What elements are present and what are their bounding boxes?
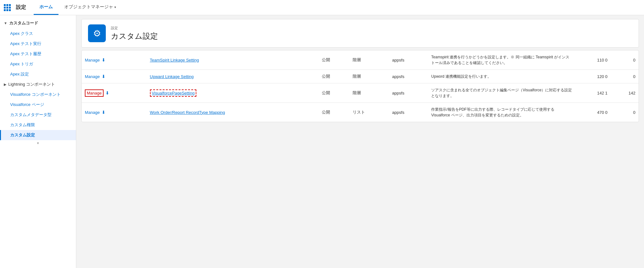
top-navigation: 設定 ホーム オブジェクトマネージャ ▾	[0, 0, 644, 15]
download-icon[interactable]: ⬇	[102, 74, 105, 79]
download-icon[interactable]: ⬇	[102, 110, 105, 115]
description-cell: Upword 連携機能設定を行います。	[428, 70, 575, 83]
namespace-cell: appsfs	[389, 83, 428, 103]
table-card: Manage⬇TeamSpirit Linkage Setting公開階層app…	[81, 50, 639, 122]
visibility-cell: 公開	[319, 50, 349, 70]
tab-home[interactable]: ホーム	[34, 0, 58, 15]
sidebar-item-custom-metadata[interactable]: カスタムメタデータ型	[0, 110, 76, 120]
sidebar-item-apex-class[interactable]: Apex クラス	[0, 29, 76, 39]
setting-name-link[interactable]: TeamSpirit Linkage Setting	[150, 58, 199, 62]
manage-link[interactable]: Manage	[85, 58, 100, 62]
namespace-cell: appsfs	[389, 50, 428, 70]
manage-link[interactable]: Manage	[85, 74, 100, 79]
expand-arrow-icon: ▼	[4, 21, 7, 25]
table-row: Manage⬇Upward Linkage Setting公開階層appsfsU…	[82, 70, 639, 83]
settings-table: Manage⬇TeamSpirit Linkage Setting公開階層app…	[82, 50, 639, 122]
chevron-down-icon: ▾	[114, 5, 116, 9]
type-cell: 階層	[349, 70, 389, 83]
table-row: Manage⬇Work Order/Report RecordType Mapp…	[82, 103, 639, 122]
sidebar-section-custom-code[interactable]: ▼ カスタムコード	[0, 18, 76, 29]
type-cell: 階層	[349, 50, 389, 70]
namespace-cell: appsfs	[389, 103, 428, 122]
visibility-cell: 公開	[319, 70, 349, 83]
setting-name-link[interactable]: Work Order/Report RecordType Mapping	[150, 110, 225, 115]
sidebar-item-apex-test-history[interactable]: Apex テスト履歴	[0, 49, 76, 59]
setting-name-link[interactable]: Upward Linkage Setting	[150, 74, 194, 79]
namespace-cell: appsfs	[389, 70, 428, 83]
count-cell-2: 0	[611, 50, 639, 70]
header-icon-box: ⚙	[88, 24, 106, 42]
sidebar: ▼ カスタムコード Apex クラス Apex テスト実行 Apex テスト履歴…	[0, 15, 76, 268]
sidebar-item-apex-test-run[interactable]: Apex テスト実行	[0, 39, 76, 49]
sidebar-item-custom-settings[interactable]: カスタム設定	[0, 130, 76, 140]
description-cell: Teamspirit 連携を行うかどうかを設定します。※ 同一組織に Teams…	[428, 50, 575, 70]
description-cell: 作業指示/報告をPDF等に出力する際、レコードタイプに応じて使用する Visua…	[428, 103, 575, 122]
header-subtitle: 設定	[111, 26, 158, 30]
count-cell-2: 0	[611, 70, 639, 83]
type-cell: リスト	[349, 103, 389, 122]
count-cell-1: 470 0	[575, 103, 611, 122]
description-cell: ソアスクに含まれる全てのオブジェクト編集ページ（Visualforce）に対応す…	[428, 83, 575, 103]
main-layout: ▼ カスタムコード Apex クラス Apex テスト実行 Apex テスト履歴…	[0, 15, 644, 268]
count-cell-2: 0	[611, 103, 639, 122]
table-row: Manage⬇VisualforcePageSetting公開階層appsfsソ…	[82, 83, 639, 103]
header-title: カスタム設定	[111, 31, 158, 41]
download-icon[interactable]: ⬇	[105, 90, 109, 95]
table-row: Manage⬇TeamSpirit Linkage Setting公開階層app…	[82, 50, 639, 70]
app-launcher-icon[interactable]	[4, 4, 11, 11]
nav-tabs: ホーム オブジェクトマネージャ ▾	[34, 0, 122, 15]
content-area: ⚙ 設定 カスタム設定 Manage⬇TeamSpirit Linkage Se…	[76, 15, 644, 268]
visibility-cell: 公開	[319, 103, 349, 122]
table-wrapper: Manage⬇TeamSpirit Linkage Setting公開階層app…	[82, 50, 639, 122]
sidebar-item-visualforce-component[interactable]: Visualforce コンポーネント	[0, 89, 76, 100]
count-cell-1: 142 1	[575, 83, 611, 103]
sidebar-item-custom-permission[interactable]: カスタム権限	[0, 120, 76, 130]
scroll-down-indicator: ▼	[0, 140, 76, 146]
setting-name-link[interactable]: VisualforcePageSetting	[150, 89, 197, 97]
tab-object-manager[interactable]: オブジェクトマネージャ ▾	[58, 0, 122, 15]
nav-title: 設定	[16, 4, 26, 11]
sidebar-item-visualforce-page[interactable]: Visualforce ページ	[0, 100, 76, 110]
download-icon[interactable]: ⬇	[102, 57, 105, 62]
count-cell-1: 110 0	[575, 50, 611, 70]
type-cell: 階層	[349, 83, 389, 103]
gear-icon: ⚙	[93, 28, 101, 39]
title-block: 設定 カスタム設定	[111, 26, 158, 41]
manage-link[interactable]: Manage	[85, 89, 104, 97]
sidebar-item-apex-trigger[interactable]: Apex トリガ	[0, 59, 76, 69]
count-cell-1: 120 0	[575, 70, 611, 83]
visibility-cell: 公開	[319, 83, 349, 103]
collapsed-arrow-icon: ▶	[4, 82, 6, 87]
header-card: ⚙ 設定 カスタム設定	[81, 19, 639, 48]
manage-link[interactable]: Manage	[85, 110, 100, 115]
sidebar-item-apex-settings[interactable]: Apex 設定	[0, 69, 76, 79]
sidebar-section-lightning[interactable]: ▶ Lightning コンポーネント	[0, 79, 76, 89]
count-cell-2: 142	[611, 83, 639, 103]
